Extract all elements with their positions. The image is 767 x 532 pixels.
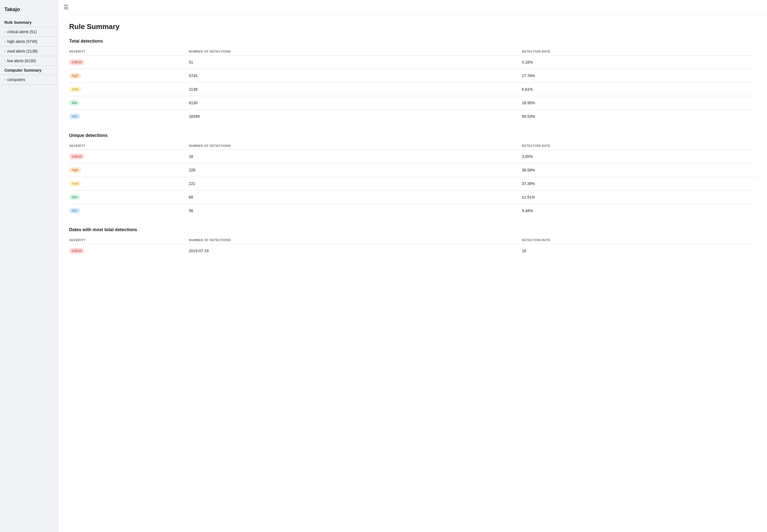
- rate-cell: 37.39%: [516, 177, 756, 191]
- col-detections: NUMBER OF DETECTIONS: [183, 142, 516, 150]
- sidebar-item-label: med alerts (2138): [7, 49, 38, 53]
- total-detections-table: SEVERITY NUMBER OF DETECTIONS DETECTION …: [69, 48, 756, 123]
- table-row: critical510.16%: [69, 56, 756, 69]
- table-row: info569.48%: [69, 204, 756, 218]
- rate-cell: 38.58%: [516, 163, 756, 177]
- dates-detections-table: SEVERITY NUMBER OF DETECTIONS DETECTION …: [69, 236, 756, 257]
- chevron-icon: ›: [4, 30, 6, 34]
- severity-badge: critical: [69, 59, 84, 65]
- severity-cell: info: [69, 110, 183, 123]
- table-row: critical183.05%: [69, 150, 756, 163]
- chevron-icon: ›: [4, 78, 6, 82]
- sidebar-item-low-alerts[interactable]: › low alerts (6130): [0, 56, 58, 66]
- col-severity: SEVERITY: [69, 142, 183, 150]
- sidebar-item-critical-alerts[interactable]: › critical alerts (51): [0, 27, 58, 37]
- severity-badge: info: [69, 114, 80, 119]
- chevron-icon: ›: [4, 40, 6, 43]
- severity-cell: med: [69, 83, 183, 96]
- col-rate: DETECTION RATE: [516, 142, 756, 150]
- table-row: med22137.39%: [69, 177, 756, 191]
- sidebar-item-computers[interactable]: › computers: [0, 75, 58, 85]
- count-cell: 18289: [183, 110, 516, 123]
- sidebar-computer-summary-header: Computer Summary: [0, 66, 58, 75]
- chevron-icon: ›: [4, 59, 6, 63]
- severity-cell: info: [69, 204, 183, 218]
- severity-cell: med: [69, 177, 183, 191]
- rate-cell: 56.53%: [516, 110, 756, 123]
- severity-cell: critical: [69, 56, 183, 69]
- severity-badge: critical: [69, 248, 84, 254]
- chevron-icon: ›: [4, 49, 6, 53]
- col-rate: DETECTION RATE: [516, 236, 756, 244]
- count-cell: 221: [183, 177, 516, 191]
- col-detections: NUMBER OF DETECTIONS: [183, 48, 516, 56]
- rate-cell: 16: [516, 244, 756, 258]
- count-cell: 68: [183, 191, 516, 204]
- table-row: high22838.58%: [69, 163, 756, 177]
- table-row: low613018.95%: [69, 96, 756, 110]
- content-area: Rule Summary Total detections SEVERITY N…: [58, 15, 767, 275]
- rate-cell: 9.48%: [516, 204, 756, 218]
- total-detections-title: Total detections: [69, 39, 756, 44]
- app-title: Takajo: [0, 4, 58, 18]
- severity-cell: high: [69, 69, 183, 83]
- rate-cell: 18.95%: [516, 96, 756, 110]
- hamburger-icon[interactable]: ☰: [64, 4, 69, 11]
- sidebar-item-high-alerts[interactable]: › high alerts (5745): [0, 37, 58, 46]
- main-content: ☰ Rule Summary Total detections SEVERITY…: [58, 0, 767, 532]
- count-cell: 51: [183, 56, 516, 69]
- sidebar-item-label: computers: [7, 77, 25, 82]
- sidebar-item-label: critical alerts (51): [7, 30, 37, 34]
- rate-cell: 6.61%: [516, 83, 756, 96]
- severity-badge: low: [69, 100, 80, 106]
- rate-cell: 0.16%: [516, 56, 756, 69]
- col-severity: SEVERITY: [69, 236, 183, 244]
- sidebar-item-med-alerts[interactable]: › med alerts (2138): [0, 46, 58, 56]
- table-row: info1828956.53%: [69, 110, 756, 123]
- total-detections-section: Total detections SEVERITY NUMBER OF DETE…: [69, 39, 756, 123]
- severity-badge: info: [69, 208, 80, 213]
- count-cell: 5745: [183, 69, 516, 83]
- topbar: ☰: [58, 0, 767, 15]
- unique-detections-title: Unique detections: [69, 133, 756, 138]
- col-rate: DETECTION RATE: [516, 48, 756, 56]
- unique-detections-section: Unique detections SEVERITY NUMBER OF DET…: [69, 133, 756, 217]
- unique-detections-table: SEVERITY NUMBER OF DETECTIONS DETECTION …: [69, 142, 756, 217]
- count-cell: 2019-07-19: [183, 244, 516, 258]
- col-detections: NUMBER OF DETECTIONS: [183, 236, 516, 244]
- severity-badge: high: [69, 167, 81, 173]
- rate-cell: 3.05%: [516, 150, 756, 163]
- count-cell: 228: [183, 163, 516, 177]
- severity-cell: low: [69, 96, 183, 110]
- severity-cell: high: [69, 163, 183, 177]
- severity-badge: low: [69, 194, 80, 200]
- severity-cell: low: [69, 191, 183, 204]
- sidebar: Takajo Rule Summary › critical alerts (5…: [0, 0, 58, 532]
- sidebar-item-label: high alerts (5745): [7, 39, 37, 44]
- severity-badge: critical: [69, 154, 84, 159]
- table-row: high574517.76%: [69, 69, 756, 83]
- count-cell: 56: [183, 204, 516, 218]
- sidebar-rule-summary-header: Rule Summary: [0, 18, 58, 27]
- rate-cell: 11.51%: [516, 191, 756, 204]
- sidebar-item-label: low alerts (6130): [7, 59, 36, 63]
- col-severity: SEVERITY: [69, 48, 183, 56]
- severity-badge: med: [69, 87, 81, 92]
- dates-detections-section: Dates with most total detections SEVERIT…: [69, 227, 756, 257]
- dates-detections-title: Dates with most total detections: [69, 227, 756, 232]
- rate-cell: 17.76%: [516, 69, 756, 83]
- severity-cell: critical: [69, 150, 183, 163]
- table-row: med21386.61%: [69, 83, 756, 96]
- count-cell: 2138: [183, 83, 516, 96]
- severity-badge: high: [69, 73, 81, 79]
- count-cell: 6130: [183, 96, 516, 110]
- table-row: low6811.51%: [69, 191, 756, 204]
- table-row: critical2019-07-1916: [69, 244, 756, 258]
- severity-badge: med: [69, 181, 81, 186]
- page-title: Rule Summary: [69, 22, 756, 31]
- count-cell: 18: [183, 150, 516, 163]
- severity-cell: critical: [69, 244, 183, 258]
